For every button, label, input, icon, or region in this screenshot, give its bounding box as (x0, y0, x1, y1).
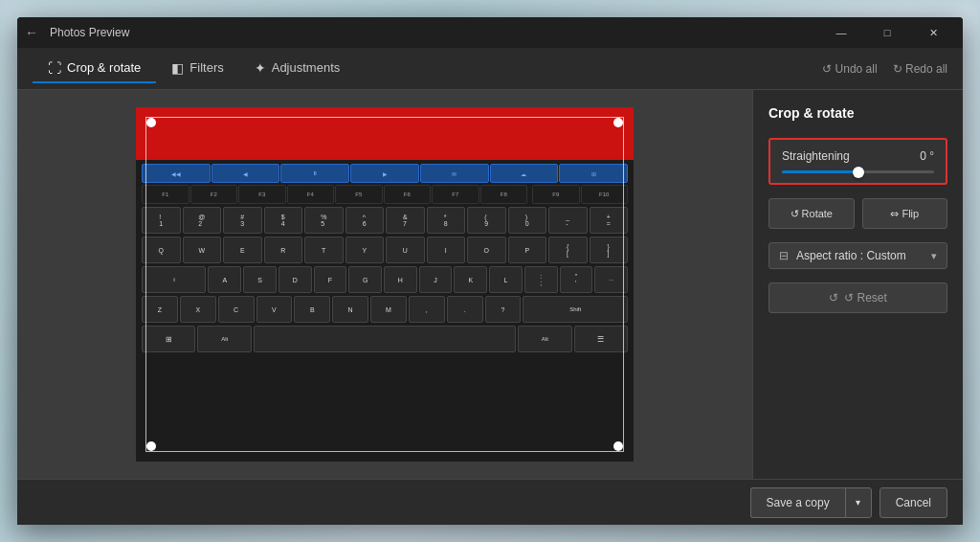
keyboard-image: ◀◀ ◀ ⏸ ▶ ✉ ☁ ⊞ F1 F2 (136, 107, 634, 462)
save-dropdown-button[interactable]: ▾ (845, 487, 872, 518)
straightening-section: Straightening 0 ° (768, 138, 947, 185)
tab-adjustments-label: Adjustments (272, 60, 341, 75)
aspect-ratio-selector[interactable]: ⊟ Aspect ratio : Custom ▾ (768, 242, 947, 269)
toolbar-actions: ↺ Undo all ↻ Redo all (822, 62, 947, 76)
toolbar: ⛶ Crop & rotate ◧ Filters ✦ Adjustments … (17, 48, 963, 90)
keyboard-body: ◀◀ ◀ ⏸ ▶ ✉ ☁ ⊞ F1 F2 (136, 160, 634, 462)
save-copy-button[interactable]: Save a copy (750, 487, 845, 518)
key-w: W (183, 237, 222, 263)
f-key: F6 (384, 185, 432, 204)
media-key: ⊞ (559, 164, 628, 183)
key-i: I (427, 237, 466, 263)
key-alt-left: Alt (197, 326, 251, 352)
key-q: Q (142, 237, 181, 263)
tab-crop-rotate[interactable]: ⛶ Crop & rotate (33, 55, 156, 83)
key-l: L (489, 266, 523, 293)
key-k: K (454, 266, 487, 293)
tab-filters[interactable]: ◧ Filters (156, 55, 238, 83)
key-n: N (332, 296, 368, 323)
crop-icon: ⛶ (48, 60, 61, 76)
undo-all-button[interactable]: ↺ Undo all (822, 62, 877, 76)
red-strip (136, 107, 634, 165)
cancel-button[interactable]: Cancel (880, 487, 947, 518)
f-key: F5 (335, 185, 383, 204)
bottom-bar: Save a copy ▾ Cancel (17, 479, 963, 525)
main-window: ← Photos Preview — □ ✕ ⛶ Crop & rotate ◧… (17, 17, 963, 525)
slider-fill (782, 170, 858, 173)
main-content: ◀◀ ◀ ⏸ ▶ ✉ ☁ ⊞ F1 F2 (17, 90, 963, 479)
key-bracket-close: }] (590, 237, 629, 263)
media-key: ✉ (420, 164, 489, 183)
reset-button[interactable]: ↺ ↺ Reset (768, 282, 947, 313)
tab-adjustments[interactable]: ✦ Adjustments (239, 55, 356, 83)
key-p: P (508, 237, 547, 263)
f-key: F10 (581, 185, 629, 204)
key-z: Z (142, 296, 178, 323)
titlebar: ← Photos Preview — □ ✕ (17, 17, 963, 48)
key-period: . (447, 296, 483, 323)
window-controls: — □ ✕ (819, 17, 955, 48)
key-quote: "' (560, 266, 593, 293)
minimize-button[interactable]: — (819, 17, 863, 48)
f-key: F2 (190, 185, 238, 204)
aspect-ratio-label: Aspect ratio : Custom (796, 249, 924, 262)
key-h: H (384, 266, 417, 293)
rotate-flip-buttons: ↺ Rotate ⇔ Flip (768, 198, 947, 229)
close-button[interactable]: ✕ (911, 17, 955, 48)
window-title: Photos Preview (50, 26, 819, 39)
straightening-label-row: Straightening 0 ° (782, 149, 934, 163)
key-semicolon: :; (524, 266, 558, 293)
key-a: A (208, 266, 241, 293)
key-v: V (256, 296, 293, 323)
maximize-button[interactable]: □ (865, 17, 909, 48)
key-3: #3 (223, 207, 262, 234)
key-alt-right: Alt (518, 326, 571, 352)
key-o: O (467, 237, 506, 263)
key-space (254, 326, 516, 352)
key-bracket-open: {[ (548, 237, 588, 263)
key-5: %5 (304, 207, 344, 234)
f-key: F7 (432, 185, 479, 204)
chevron-down-icon: ▾ (931, 250, 937, 262)
key-u: U (386, 237, 425, 263)
photo-container: ◀◀ ◀ ⏸ ▶ ✉ ☁ ⊞ F1 F2 (136, 107, 634, 462)
f-key: F3 (238, 185, 286, 204)
redo-all-button[interactable]: ↻ Redo all (893, 62, 947, 76)
key-dots: ··· (594, 266, 628, 293)
key-equals: += (590, 207, 629, 234)
media-key: ⏸ (280, 164, 349, 183)
media-key: ▶ (350, 164, 419, 183)
rotate-button[interactable]: ↺ Rotate (768, 198, 855, 229)
key-r: R (264, 237, 303, 263)
key-s: S (243, 266, 277, 293)
flip-button[interactable]: ⇔ Flip (862, 198, 948, 229)
key-d: D (278, 266, 312, 293)
filters-icon: ◧ (171, 60, 184, 76)
straightening-slider[interactable] (782, 170, 934, 173)
reset-icon: ↺ (829, 291, 838, 305)
tab-crop-rotate-label: Crop & rotate (67, 60, 141, 75)
key-m: M (370, 296, 407, 323)
key-slash: ? (485, 296, 522, 323)
key-win: ⊞ (142, 326, 195, 352)
tab-filters-label: Filters (189, 60, 223, 75)
media-key: ◀ (212, 164, 280, 183)
key-comma: , (409, 296, 445, 323)
key-7: &7 (386, 207, 425, 234)
key-f: F (314, 266, 347, 293)
key-0: )0 (508, 207, 547, 234)
f-key: F1 (142, 185, 189, 204)
slider-thumb[interactable] (853, 167, 864, 178)
reset-label: ↺ Reset (844, 291, 887, 305)
back-button[interactable]: ← (25, 25, 38, 40)
straightening-value: 0 ° (920, 149, 934, 163)
key-g: G (348, 266, 382, 293)
key-shift-right: Shift (523, 296, 628, 323)
key-2: @2 (183, 207, 222, 234)
f-key: F4 (287, 185, 335, 204)
f-key: F8 (480, 185, 528, 204)
key-y: Y (345, 237, 385, 263)
photo-frame: ◀◀ ◀ ⏸ ▶ ✉ ☁ ⊞ F1 F2 (136, 107, 634, 462)
key-x: X (180, 296, 216, 323)
save-btn-container: Save a copy ▾ (750, 487, 872, 518)
